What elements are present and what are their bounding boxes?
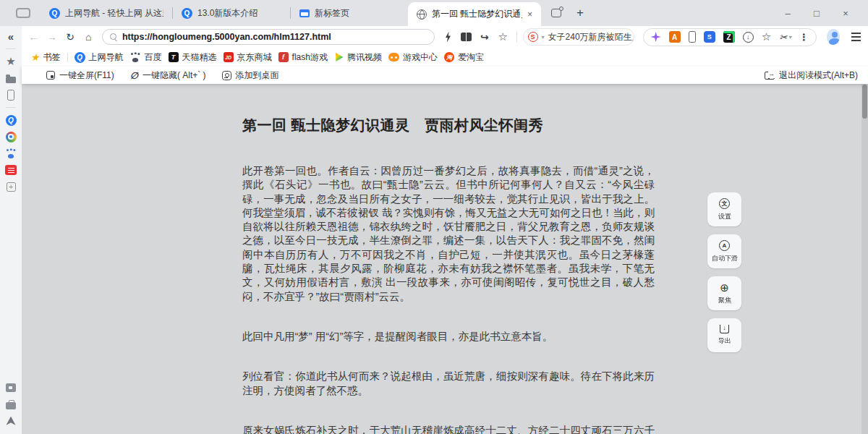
tab-nav-home[interactable]: Q 上网导航 - 轻快上网 从这里开始	[41, 0, 172, 26]
new-tab-button[interactable]: +	[571, 6, 589, 20]
share-icon[interactable]: ↪	[477, 28, 492, 46]
bookmarks-label[interactable]: ★书签	[30, 51, 61, 64]
bookmark-item-daohang[interactable]: Q上网导航	[75, 51, 124, 64]
main-menu-icon[interactable]	[851, 33, 861, 41]
scrollbar-thumb[interactable]	[862, 85, 867, 119]
toolbar-divider	[516, 31, 517, 43]
auto-scroll-button[interactable]: A 自动下滑	[707, 234, 741, 268]
article-paragraph: 此回中凡用“梦” 用“幻”等字，是提醒阅者眼目，亦是此书立意本旨。	[242, 330, 655, 344]
user-avatar[interactable]	[827, 29, 840, 45]
bookmark-item-tencent-video[interactable]: 腾讯视频	[334, 51, 382, 64]
reading-tools: 文 设置 A 自动下滑 ⊕ 聚焦 ↓ 导出	[707, 192, 741, 352]
toolbox-icon[interactable]	[5, 399, 17, 410]
more-menu-icon[interactable]: ⋮	[799, 32, 809, 43]
extension-s-icon[interactable]: S	[704, 31, 715, 43]
tab-group-icon[interactable]	[551, 9, 561, 17]
eye-off-icon: ∅	[130, 70, 138, 81]
baidu-paw-icon	[130, 53, 141, 62]
focus-button[interactable]: ⊕ 聚焦	[707, 276, 741, 310]
exit-reading-icon	[765, 72, 775, 80]
tab-version-intro[interactable]: Q 13.0新版本介绍	[173, 0, 290, 26]
bookmark-item-jd[interactable]: JD京东商城	[224, 51, 272, 64]
phone-sync-icon[interactable]	[5, 89, 17, 101]
extension-z-icon[interactable]: Z	[723, 31, 735, 43]
export-button[interactable]: ↓ 导出	[707, 318, 741, 352]
text-settings-icon: 文	[719, 198, 730, 209]
favorites-star-icon[interactable]: ☆	[762, 30, 771, 43]
tab-title: 上网导航 - 轻快上网 从这里开始	[65, 7, 163, 20]
phone-extension-icon[interactable]	[689, 31, 696, 43]
bookmark-star-icon[interactable]: ☆	[495, 28, 511, 46]
rail-divider	[6, 107, 16, 108]
forward-icon[interactable]: →	[44, 28, 59, 46]
hide-button[interactable]: ∅一键隐藏( Alt+` )	[130, 69, 206, 82]
bookmark-item-tmall[interactable]: T天猫精选	[169, 51, 217, 64]
bookmark-item-taobao[interactable]: 淘爱淘宝	[444, 51, 484, 64]
collapse-sidebar-icon[interactable]: «	[5, 30, 17, 42]
media-icon[interactable]	[5, 382, 17, 393]
address-bar[interactable]: https://hongloumeng.5000yan.com/hlm1127.…	[102, 29, 435, 45]
auto-scroll-icon: A	[719, 240, 730, 251]
exit-reading-mode-button[interactable]: 退出阅读模式(Alt+B)	[765, 69, 858, 82]
bookmarks-bar: ★书签 Q上网导航 百度 T天猫精选 JD京东商城 fflash游戏 腾讯视频 …	[22, 48, 868, 67]
tab-title: 新标签页	[315, 7, 349, 20]
folder-icon[interactable]	[5, 72, 17, 84]
maximize-button[interactable]: □	[807, 8, 826, 19]
qq-browser-icon: Q	[49, 8, 60, 19]
navigation-toolbar: ← → ↻ ⌂ https://hongloumeng.5000yan.com/…	[22, 26, 868, 48]
close-button[interactable]: ×	[836, 8, 855, 19]
screenshot-scissors-icon[interactable]: ✂▾	[779, 32, 791, 43]
article: 第一回 甄士隐梦幻识通灵 贾雨村风尘怀闺秀 此开卷第一回也。作者自云：因曾历过一…	[242, 116, 655, 434]
bookmark-item-game-center[interactable]: 游戏中心	[388, 51, 438, 64]
tab-active-article[interactable]: 第一回 甄士隐梦幻识通灵 贾 ×	[408, 2, 541, 26]
tab-title: 第一回 甄士隐梦幻识通灵 贾	[432, 8, 522, 20]
tab-title: 13.0新版本介绍	[197, 7, 258, 20]
back-icon[interactable]: ←	[26, 28, 41, 46]
minimize-button[interactable]: –	[778, 8, 797, 19]
download-icon[interactable]: ↓	[743, 32, 754, 43]
bookmark-item-flash[interactable]: fflash游戏	[278, 51, 328, 64]
qq-browser-icon: Q	[182, 8, 192, 19]
bookmarks-panel-icon[interactable]: ★	[5, 56, 17, 67]
add-to-desktop-button[interactable]: 添加到桌面	[222, 69, 279, 82]
tab-list-icon[interactable]	[16, 8, 30, 18]
home-icon[interactable]: ⌂	[81, 28, 96, 46]
reading-mode-icon[interactable]	[459, 28, 474, 46]
news-ticker[interactable]: S ▾ 女子240万新房被陌生人挂	[523, 28, 634, 46]
focus-icon: ⊕	[720, 282, 729, 293]
article-paragraph: 原来女娲氏炼石补天之时，于大荒山无稽崖炼成高经十二丈、方经二十四丈顽石三万六千五…	[242, 424, 655, 434]
qq-app-icon[interactable]: Q	[5, 114, 17, 126]
ai-sparkle-icon[interactable]	[651, 32, 661, 42]
paper-plane-icon[interactable]	[5, 415, 17, 427]
gamepad-icon	[388, 53, 399, 61]
extensions-area: A S Z ↓ ☆ ✂▾ ⋮	[643, 28, 817, 46]
browser-hub-icon[interactable]	[5, 131, 17, 142]
scrollbar[interactable]	[861, 84, 868, 434]
reading-content-area: 第一回 甄士隐梦幻识通灵 贾雨村风尘怀闺秀 此开卷第一回也。作者自云：因曾历过一…	[22, 84, 868, 434]
bookmarks-divider	[67, 53, 68, 62]
reading-mode-toolbar: 一键全屏(F11) ∅一键隐藏( Alt+` ) 添加到桌面 退出阅读模式(Al…	[22, 67, 868, 84]
red-app-icon[interactable]	[5, 164, 17, 176]
reload-icon[interactable]: ↻	[62, 28, 77, 46]
settings-button[interactable]: 文 设置	[707, 192, 741, 226]
extension-a-icon[interactable]: A	[669, 31, 681, 43]
rail-divider	[6, 48, 16, 49]
fullscreen-icon	[46, 71, 55, 80]
tab-close-icon[interactable]: ×	[527, 9, 532, 20]
flash-icon: f	[278, 52, 289, 62]
add-app-icon[interactable]: +	[5, 181, 17, 192]
tmall-icon: T	[169, 52, 179, 62]
bookmark-item-baidu[interactable]: 百度	[130, 51, 162, 64]
tab-new-tab-page[interactable]: 新标签页	[291, 0, 408, 26]
accelerator-icon[interactable]	[441, 28, 456, 46]
fullscreen-button[interactable]: 一键全屏(F11)	[46, 69, 114, 82]
url-text[interactable]: https://hongloumeng.5000yan.com/hlm1127.…	[122, 32, 331, 42]
export-icon: ↓	[720, 325, 729, 333]
baidu-paw-icon[interactable]	[5, 148, 17, 159]
new-tab-page-icon	[299, 9, 310, 17]
tab-bar: Q 上网导航 - 轻快上网 从这里开始 Q 13.0新版本介绍 新标签页 第一回…	[0, 0, 868, 26]
star-icon: ★	[30, 51, 40, 63]
globe-icon	[417, 9, 427, 20]
play-icon	[334, 53, 344, 62]
chevron-down-icon: ▾	[542, 34, 545, 41]
